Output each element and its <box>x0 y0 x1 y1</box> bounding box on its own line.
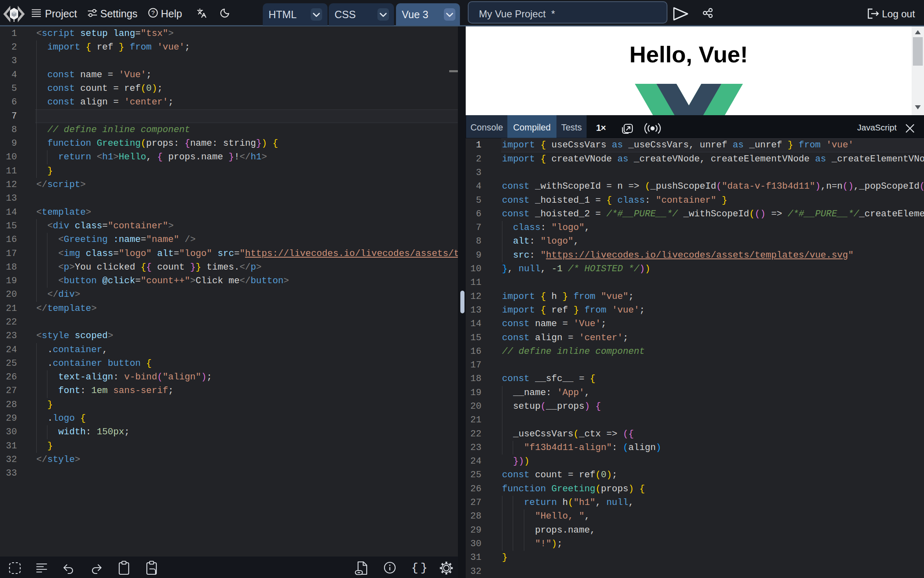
svg-text:?: ? <box>151 9 155 16</box>
